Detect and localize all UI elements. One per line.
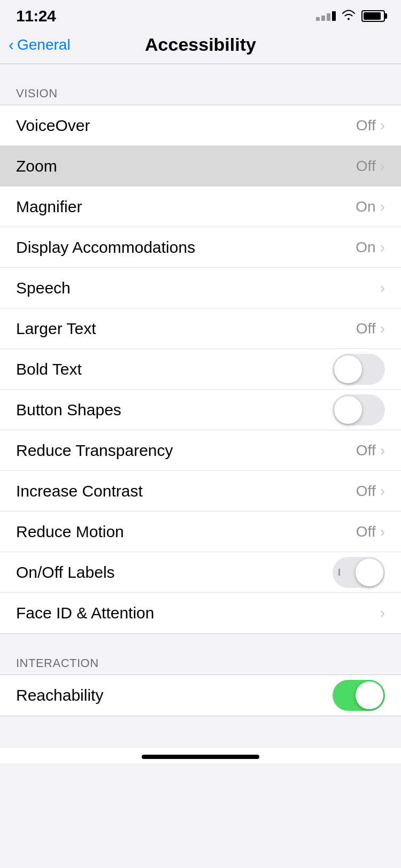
display-accommodations-row[interactable]: Display Accommodations On › [0,227,401,268]
reduce-transparency-chevron-icon: › [380,443,385,458]
section-header-vision: VISION [0,75,401,105]
on-off-labels-toggle-knob [356,559,383,586]
magnifier-row[interactable]: Magnifier On › [0,187,401,227]
voiceover-row[interactable]: VoiceOver Off › [0,105,401,146]
increase-contrast-chevron-icon: › [380,484,385,499]
back-button[interactable]: ‹ General [9,36,71,53]
reduce-transparency-value: Off [356,442,376,459]
section-spacer-vision [0,64,401,75]
home-indicator [0,748,401,763]
bold-text-label: Bold Text [16,360,82,378]
increase-contrast-value: Off [356,483,376,500]
display-accommodations-label: Display Accommodations [16,238,195,257]
speech-chevron-icon: › [380,281,385,296]
zoom-chevron-icon: › [380,159,385,174]
larger-text-row[interactable]: Larger Text Off › [0,308,401,349]
magnifier-label: Magnifier [16,198,82,216]
back-chevron-icon: ‹ [9,37,14,53]
back-label: General [17,36,71,53]
status-time: 11:24 [16,7,56,25]
speech-right: › [380,281,385,296]
larger-text-label: Larger Text [16,320,96,338]
voiceover-right: Off › [356,117,385,134]
increase-contrast-label: Increase Contrast [16,482,143,500]
magnifier-right: On › [356,198,385,215]
face-id-attention-row[interactable]: Face ID & Attention › [0,593,401,633]
display-accommodations-chevron-icon: › [380,240,385,255]
button-shapes-toggle[interactable] [333,394,385,425]
on-off-labels-right: I [333,557,385,588]
reduce-transparency-label: Reduce Transparency [16,441,173,460]
interaction-settings-group: Reachability [0,675,401,716]
on-off-labels-label: On/Off Labels [16,563,115,582]
on-off-labels-row[interactable]: On/Off Labels I [0,552,401,593]
status-icons [316,9,385,24]
section-vision: VISION VoiceOver Off › Zoom Off › Magnif… [0,75,401,634]
reachability-right [333,680,385,711]
bold-text-toggle-knob [334,355,362,383]
speech-row[interactable]: Speech › [0,268,401,308]
section-header-interaction: INTERACTION [0,645,401,675]
magnifier-chevron-icon: › [380,199,385,214]
button-shapes-label: Button Shapes [16,401,121,419]
zoom-label: Zoom [16,157,57,175]
larger-text-chevron-icon: › [380,321,385,336]
face-id-attention-right: › [380,606,385,621]
display-accommodations-right: On › [356,239,385,256]
reachability-toggle[interactable] [333,680,385,711]
nav-header: ‹ General Accessibility [0,29,401,64]
status-bar: 11:24 [0,0,401,29]
bold-text-row[interactable]: Bold Text [0,349,401,390]
button-shapes-right [333,394,385,425]
zoom-row[interactable]: Zoom Off › [0,146,401,187]
page-title: Accessibility [145,34,256,55]
button-shapes-toggle-knob [334,396,362,424]
home-bar [142,755,259,759]
bottom-spacer [0,716,401,748]
button-shapes-row[interactable]: Button Shapes [0,390,401,430]
face-id-attention-chevron-icon: › [380,606,385,621]
reachability-label: Reachability [16,686,103,704]
display-accommodations-value: On [356,239,375,256]
magnifier-value: On [356,198,375,215]
reduce-transparency-row[interactable]: Reduce Transparency Off › [0,430,401,471]
face-id-attention-label: Face ID & Attention [16,604,154,622]
voiceover-value: Off [356,117,376,134]
battery-icon [361,10,385,22]
vision-settings-group: VoiceOver Off › Zoom Off › Magnifier On … [0,105,401,634]
bold-text-toggle[interactable] [333,354,385,385]
section-spacer-interaction [0,634,401,645]
zoom-value: Off [356,158,376,175]
larger-text-right: Off › [356,320,385,337]
on-off-labels-toggle[interactable]: I [333,557,385,588]
reduce-motion-row[interactable]: Reduce Motion Off › [0,511,401,552]
reduce-motion-label: Reduce Motion [16,523,124,541]
reduce-transparency-right: Off › [356,442,385,459]
speech-label: Speech [16,279,71,297]
voiceover-chevron-icon: › [380,118,385,133]
reduce-motion-value: Off [356,523,376,540]
bold-text-right [333,354,385,385]
increase-contrast-row[interactable]: Increase Contrast Off › [0,471,401,511]
reachability-toggle-knob [356,681,383,709]
zoom-right: Off › [356,158,385,175]
reduce-motion-chevron-icon: › [380,524,385,539]
voiceover-label: VoiceOver [16,117,90,135]
increase-contrast-right: Off › [356,483,385,500]
section-interaction: INTERACTION Reachability [0,645,401,716]
larger-text-value: Off [356,320,376,337]
reduce-motion-right: Off › [356,523,385,540]
wifi-icon [341,9,356,24]
reachability-row[interactable]: Reachability [0,675,401,716]
signal-icon [316,11,336,21]
